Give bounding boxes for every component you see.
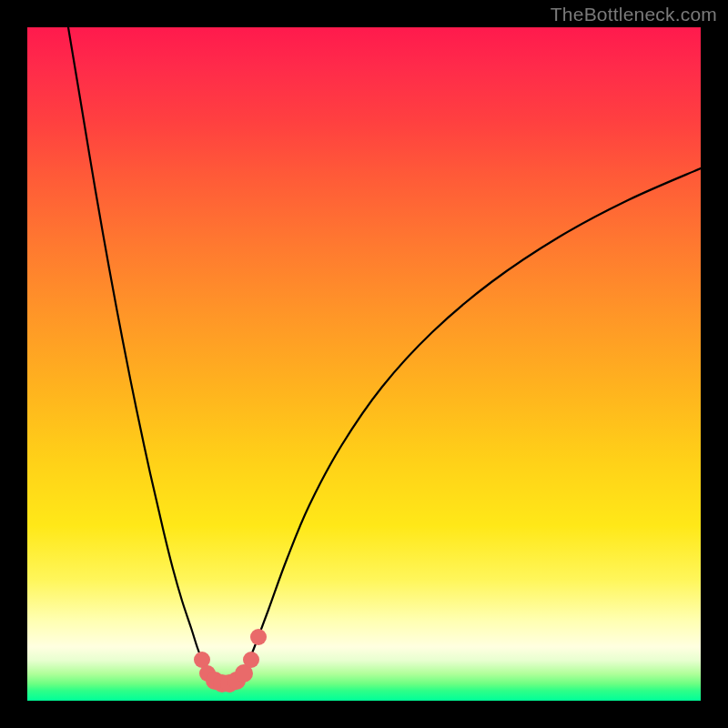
gradient-plot-area <box>27 27 701 701</box>
curve-left-branch <box>68 27 206 669</box>
valley-dots-group <box>194 629 267 693</box>
watermark-text: TheBottleneck.com <box>551 4 717 25</box>
valley-dot <box>243 652 259 668</box>
valley-dot <box>250 629 267 645</box>
curve-svg <box>27 27 701 701</box>
curve-right-branch <box>246 168 701 669</box>
